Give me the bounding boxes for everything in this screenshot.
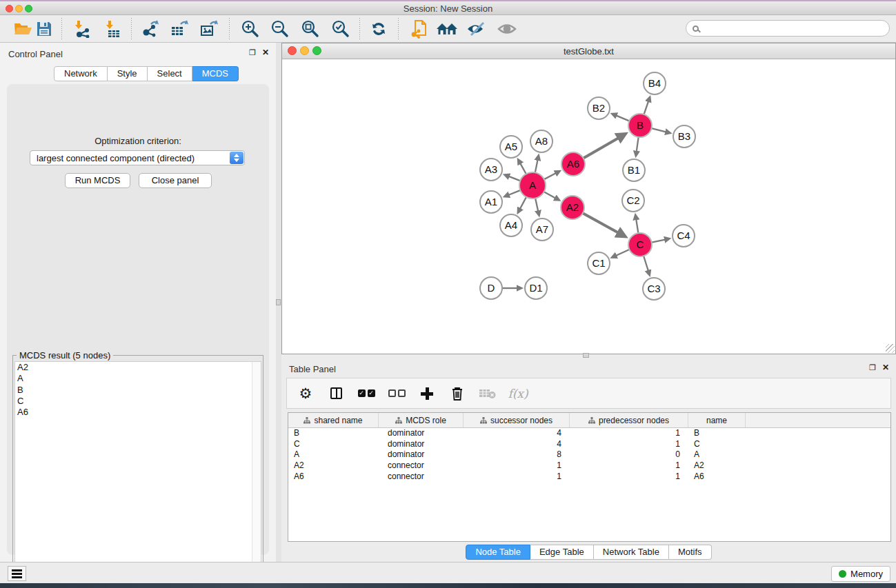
edge-A2-C[interactable] (582, 213, 618, 233)
edge-A-A1[interactable] (509, 190, 521, 195)
tab-node-table[interactable]: Node Table (466, 545, 530, 560)
node-C1[interactable]: C1 (588, 252, 610, 274)
show-panel-icon[interactable] (496, 18, 518, 40)
cell-MCDS-role[interactable]: dominator (379, 428, 464, 439)
node-A8[interactable]: A8 (530, 130, 552, 152)
result-item[interactable]: A (15, 373, 261, 384)
task-history-button[interactable] (8, 566, 26, 581)
new-session-icon[interactable] (408, 18, 430, 40)
edge-A-A4[interactable] (520, 196, 527, 209)
cell-successor-nodes[interactable]: 1 (464, 460, 570, 472)
cell-name[interactable]: B (688, 428, 746, 439)
result-item[interactable]: B (15, 385, 261, 396)
edge-A-A7[interactable] (535, 198, 538, 211)
zoom-in-icon[interactable] (239, 18, 261, 40)
cell-successor-nodes[interactable]: 4 (464, 428, 570, 439)
node-A2[interactable]: A2 (561, 196, 584, 219)
result-scrollbar[interactable] (252, 362, 261, 587)
column-header-MCDS-role[interactable]: MCDS role (379, 413, 464, 427)
edge-C-C4[interactable] (651, 240, 665, 243)
optimization-criterion-select[interactable]: largest connected component (directed) (30, 150, 245, 165)
window-resize-grip[interactable] (886, 344, 895, 353)
cell-shared-name[interactable]: A2 (288, 460, 379, 472)
cell-successor-nodes[interactable]: 4 (464, 439, 570, 450)
cell-name[interactable]: C (688, 439, 746, 450)
tab-style[interactable]: Style (108, 66, 148, 81)
table-row[interactable]: A6connector11A6 (288, 472, 890, 483)
table-settings-icon[interactable]: ⚙ (295, 383, 316, 404)
cell-MCDS-role[interactable]: dominator (379, 439, 464, 450)
edge-B-B3[interactable] (651, 128, 666, 132)
node-B3[interactable]: B3 (673, 125, 695, 148)
column-header-predecessor-nodes[interactable]: predecessor nodes (570, 413, 688, 427)
cell-shared-name[interactable]: B (288, 428, 379, 439)
edge-A6-B[interactable] (583, 138, 619, 159)
cell-predecessor-nodes[interactable]: 1 (570, 428, 688, 439)
edge-A-A3[interactable] (509, 176, 521, 181)
table-row[interactable]: Cdominator41C (288, 439, 890, 450)
cell-name[interactable]: A6 (688, 472, 746, 483)
refresh-icon[interactable] (368, 18, 390, 40)
cell-MCDS-role[interactable]: connector (379, 460, 464, 472)
edge-C-C2[interactable] (636, 219, 638, 234)
node-A7[interactable]: A7 (531, 219, 553, 241)
search-input[interactable] (686, 20, 890, 37)
column-header-successor-nodes[interactable]: successor nodes (464, 413, 570, 427)
node-D[interactable]: D (480, 277, 502, 299)
zoom-fit-icon[interactable] (299, 18, 321, 40)
network-canvas[interactable]: AA1A2A3A4A5A6A7A8BB1B2B3B4CC1C2C3C4DD1 (282, 59, 895, 354)
result-item[interactable]: A2 (15, 362, 261, 373)
show-column-icon[interactable] (326, 383, 346, 404)
tab-network[interactable]: Network (54, 66, 108, 81)
float-panel-icon[interactable]: ❐ (249, 48, 256, 57)
tab-network-table[interactable]: Network Table (594, 545, 669, 560)
node-A5[interactable]: A5 (500, 136, 522, 158)
column-header-name[interactable]: name (688, 413, 746, 427)
cell-MCDS-role[interactable]: dominator (379, 449, 464, 460)
edge-C-C3[interactable] (644, 255, 648, 270)
cell-name[interactable]: A2 (688, 460, 746, 472)
result-item[interactable]: A6 (15, 407, 261, 418)
edge-A-A5[interactable] (520, 163, 526, 174)
cell-successor-nodes[interactable]: 8 (464, 449, 570, 460)
node-A3[interactable]: A3 (480, 159, 502, 181)
memory-button[interactable]: Memory (831, 566, 890, 582)
edge-A-A6[interactable] (544, 173, 556, 179)
close-panel-button[interactable]: Close panel (139, 173, 212, 188)
node-A4[interactable]: A4 (500, 214, 522, 236)
edge-B-B2[interactable] (616, 116, 630, 121)
cell-name[interactable]: A (688, 449, 746, 460)
node-C4[interactable]: C4 (673, 225, 695, 247)
cell-shared-name[interactable]: A6 (288, 472, 379, 483)
node-B2[interactable]: B2 (588, 97, 610, 119)
close-panel-icon[interactable]: ✕ (882, 363, 889, 372)
node-C2[interactable]: C2 (622, 190, 644, 212)
tab-edge-table[interactable]: Edge Table (530, 545, 594, 560)
edge-C-C1[interactable] (616, 250, 630, 256)
delete-column-icon[interactable] (447, 383, 468, 404)
node-A6[interactable]: A6 (561, 152, 585, 176)
select-all-columns-icon[interactable]: ✓✓ (356, 383, 377, 404)
vertical-splitter[interactable] (276, 43, 281, 562)
zoom-selected-icon[interactable] (329, 18, 351, 40)
unselect-all-columns-icon[interactable] (386, 383, 407, 404)
node-C3[interactable]: C3 (643, 278, 665, 300)
edge-A-A2[interactable] (544, 192, 555, 198)
run-mcds-button[interactable]: Run MCDS (65, 173, 130, 188)
cell-MCDS-role[interactable]: connector (379, 472, 464, 483)
node-table[interactable]: shared nameMCDS rolesuccessor nodesprede… (288, 412, 891, 542)
cell-shared-name[interactable]: C (288, 439, 379, 450)
export-image-icon[interactable] (198, 18, 220, 40)
network-window-titlebar[interactable]: testGlobe.txt (282, 43, 895, 59)
add-column-icon[interactable] (417, 383, 437, 404)
import-network-icon[interactable] (72, 18, 94, 40)
node-B[interactable]: B (628, 114, 652, 137)
table-row[interactable]: Bdominator41B (288, 428, 890, 439)
cell-successor-nodes[interactable]: 1 (464, 472, 570, 483)
save-session-icon[interactable] (33, 18, 55, 40)
node-B1[interactable]: B1 (623, 159, 645, 181)
node-B4[interactable]: B4 (644, 72, 666, 94)
zoom-out-icon[interactable] (268, 18, 290, 40)
hide-panel-icon[interactable] (465, 18, 487, 40)
cell-predecessor-nodes[interactable]: 1 (570, 439, 688, 450)
